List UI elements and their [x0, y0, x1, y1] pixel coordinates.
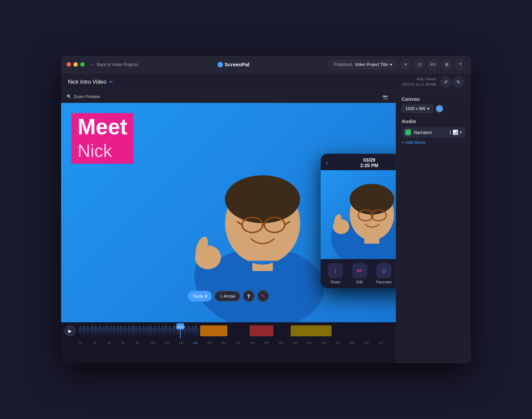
- canvas-section: Canvas 1638 x 986 ▾: [402, 96, 465, 113]
- redo-button[interactable]: ↻: [453, 77, 464, 87]
- svg-rect-104: [191, 328, 192, 334]
- back-label: Back to Video Projects: [97, 62, 138, 67]
- svg-rect-37: [99, 325, 100, 336]
- svg-rect-89: [170, 327, 171, 335]
- meet-nick-overlay: Meet Nick: [71, 113, 134, 164]
- layers-icon[interactable]: ⊞: [442, 59, 452, 70]
- time-marker-18: 18s: [207, 341, 222, 344]
- svg-rect-64: [136, 326, 137, 335]
- svg-rect-72: [147, 326, 148, 336]
- svg-rect-41: [105, 327, 106, 334]
- autosave-line2: 9/27/22 at 11:38 AM: [403, 82, 436, 87]
- narration-icons: ℹ 📊 ▾: [449, 130, 462, 135]
- svg-rect-81: [159, 327, 160, 335]
- preview-bar: 🔍 Zoom Preview 📷: [61, 91, 396, 103]
- narration-info-icon[interactable]: ℹ: [449, 130, 451, 135]
- text-tool-label: T: [247, 293, 250, 299]
- cursor-tool-button[interactable]: ↖: [257, 290, 269, 302]
- title-center: ScreenPal: [138, 62, 329, 67]
- add-arrow-button[interactable]: + Arrow: [215, 291, 240, 301]
- narration-more-icon[interactable]: ▾: [460, 130, 462, 135]
- svg-rect-28: [87, 326, 88, 336]
- svg-rect-74: [150, 325, 151, 337]
- mobile-edit-action[interactable]: ✏ Edit: [352, 263, 367, 284]
- chevron-down-icon: ▾: [390, 62, 392, 67]
- title-bar: ← Back to Video Projects ScreenPal Publi…: [61, 56, 471, 73]
- right-panel: Canvas 1638 x 986 ▾ Audio ✓ Narration ℹ: [396, 91, 471, 363]
- svg-rect-100: [185, 327, 186, 335]
- svg-rect-91: [173, 325, 174, 336]
- svg-rect-105: [192, 326, 193, 336]
- svg-rect-67: [140, 327, 141, 335]
- svg-rect-110: [200, 325, 227, 336]
- publish-button[interactable]: Published: Video Project Title ▾: [328, 60, 397, 69]
- close-button[interactable]: [67, 62, 71, 67]
- svg-rect-32: [93, 326, 93, 335]
- time-marker-22: 22s: [236, 341, 250, 344]
- app-window: ← Back to Video Projects ScreenPal Publi…: [61, 56, 471, 363]
- svg-rect-43: [108, 326, 108, 335]
- svg-point-15: [350, 184, 394, 215]
- undo-button[interactable]: ↺: [440, 77, 451, 87]
- mobile-facecam-action[interactable]: ☺ Facecam: [376, 263, 392, 284]
- help-icon[interactable]: ?: [455, 59, 465, 70]
- mobile-status-bar: ‹ 03/29 2:35 PM i: [321, 154, 396, 170]
- svg-point-3: [225, 175, 300, 223]
- mobile-back-button[interactable]: ‹: [326, 159, 328, 167]
- time-marker-8: 8s: [136, 341, 150, 344]
- time-marker-20: 20s: [221, 341, 236, 344]
- logo-text: ScreenPal: [225, 62, 250, 67]
- svg-rect-65: [138, 328, 138, 334]
- tools-button[interactable]: Tools ▾: [188, 291, 212, 301]
- maximize-button[interactable]: [80, 62, 85, 67]
- minimize-button[interactable]: [73, 62, 78, 67]
- nick-text: Nick: [78, 141, 112, 161]
- svg-rect-62: [134, 325, 134, 337]
- time-marker-30: 30s: [293, 341, 307, 344]
- time-marker-4: 4s: [107, 341, 122, 344]
- svg-rect-108: [196, 326, 197, 335]
- add-music-button[interactable]: + Add Music: [402, 138, 465, 147]
- zoom-preview: 🔍 Zoom Preview: [67, 94, 100, 99]
- svg-rect-27: [86, 328, 86, 334]
- time-marker-34: 34s: [321, 341, 335, 344]
- mobile-bottom-bar: ↑ Share ✏ Edit ☺ Facecam 🗑: [321, 259, 396, 288]
- svg-rect-88: [169, 326, 170, 336]
- add-text-button[interactable]: T: [243, 290, 254, 302]
- screenshot-button[interactable]: 📷: [380, 92, 390, 102]
- project-name: Nick Intro Video ✏: [68, 79, 113, 85]
- svg-rect-111: [250, 325, 274, 336]
- language-icon[interactable]: EN: [428, 59, 438, 70]
- svg-rect-76: [153, 328, 153, 334]
- add-music-label: + Add Music: [402, 140, 426, 145]
- time-marker-32: 32s: [307, 341, 321, 344]
- svg-text:0:16:00: 0:16:00: [176, 325, 185, 328]
- svg-rect-87: [168, 328, 168, 334]
- svg-rect-42: [106, 325, 107, 337]
- mobile-share-action[interactable]: ↑ Share: [328, 263, 343, 284]
- svg-rect-35: [97, 327, 97, 335]
- menu-icon[interactable]: ≡: [401, 59, 411, 70]
- timeline-track[interactable]: 0:16:00: [79, 323, 392, 338]
- time-marker-6: 6s: [122, 341, 136, 344]
- svg-rect-66: [139, 326, 140, 336]
- svg-rect-112: [291, 325, 332, 336]
- narration-audio-icon[interactable]: 📊: [452, 130, 458, 135]
- timeline-controls: ▶: [61, 322, 396, 339]
- mobile-facecam-icon: ☺: [376, 263, 391, 278]
- edit-project-name-icon[interactable]: ✏: [109, 79, 113, 84]
- back-nav[interactable]: ← Back to Video Projects: [90, 62, 138, 67]
- mobile-date: 03/29: [328, 157, 396, 163]
- svg-rect-70: [144, 327, 145, 335]
- play-button[interactable]: ▶: [65, 325, 75, 336]
- canvas-size-selector[interactable]: 1638 x 986 ▾: [402, 105, 433, 113]
- clock-icon[interactable]: ◷: [414, 59, 424, 70]
- screenpal-logo: ScreenPal: [218, 62, 250, 67]
- svg-rect-44: [109, 328, 110, 334]
- time-ruler: 0s 2s 4s 6s 8s 10s 12s 14s 16s 18s 20s 2…: [61, 339, 396, 346]
- video-canvas[interactable]: Meet Nick: [61, 103, 396, 322]
- mobile-share-icon: ↑: [328, 263, 343, 278]
- svg-rect-24: [82, 328, 82, 333]
- canvas-color-picker[interactable]: [436, 105, 443, 112]
- main-content: 🔍 Zoom Preview 📷 Meet Nick: [61, 91, 471, 363]
